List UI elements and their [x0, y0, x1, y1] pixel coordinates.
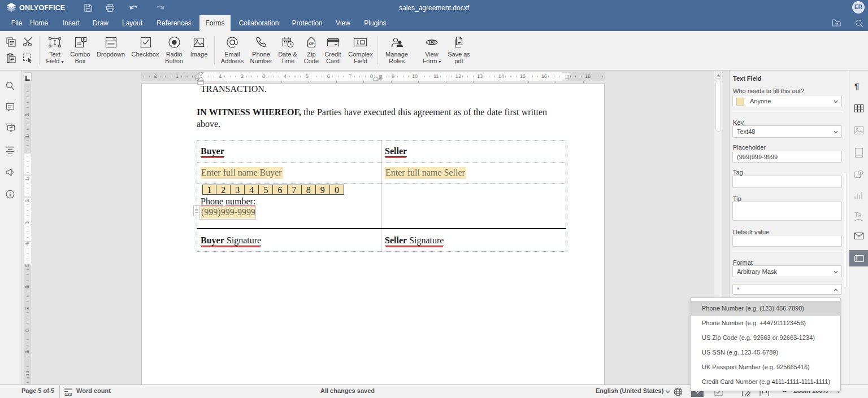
svg-text:123: 123	[64, 392, 72, 396]
svg-text:ZIP: ZIP	[309, 41, 315, 45]
